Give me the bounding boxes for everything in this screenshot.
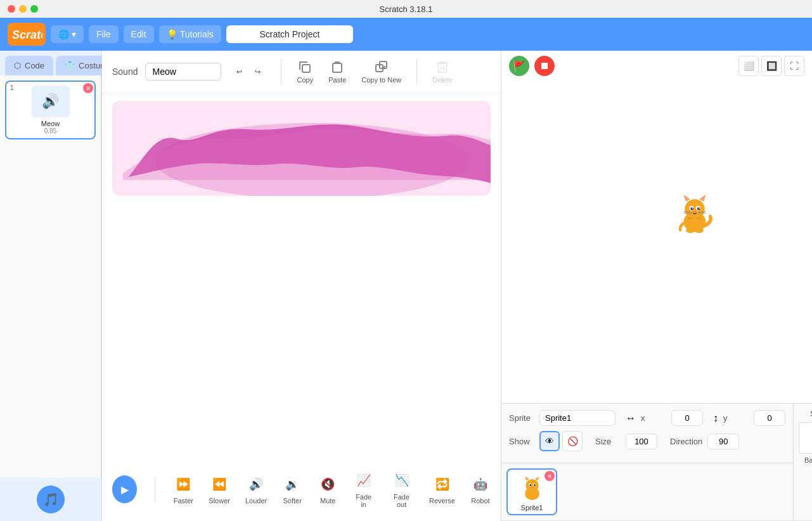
stage-thumbnail[interactable] [799,422,812,454]
language-button[interactable]: 🌐 ▾ [51,25,84,43]
show-visible-button[interactable]: 👁 [539,431,560,451]
project-name-input[interactable] [226,25,353,43]
sound-number: 1 [10,84,14,91]
sprite-card[interactable]: ✕ [506,468,557,515]
sprite-thumb-svg [515,474,550,503]
reverse-button[interactable]: 🔁 Reverse [429,474,455,505]
faster-icon: ⏩ [173,474,193,494]
sound-delete-button[interactable]: ✕ [83,83,93,93]
edit-menu[interactable]: Edit [124,25,154,43]
svg-text:Scratch: Scratch [12,29,42,41]
sprite-name-input[interactable] [539,410,615,426]
softer-button[interactable]: 🔉 Softer [282,474,302,505]
add-sound-icon: 🎵 [43,492,59,507]
waveform-area [102,93,501,460]
undo-button[interactable]: ↩ [231,65,247,79]
right-panel: 🚩 ⬜ 🔲 ⛶ [501,51,812,521]
svg-point-8 [685,200,705,220]
mute-icon: 🔇 [318,474,338,494]
sound-size-label: 0.85 [10,127,91,134]
slower-button[interactable]: ⏪ Slower [209,474,230,505]
svg-point-34 [531,486,532,487]
fade-out-button[interactable]: 📉 Fade out [389,470,414,508]
stop-button[interactable] [534,56,555,76]
toolbar: Sound ↩ ↪ Copy [102,51,501,93]
x-input[interactable] [671,410,703,426]
playback-controls: ▶ ⏩ Faster ⏪ Slower 🔊 Louder 🔉 Softer 🔇 [102,460,501,521]
titlebar: Scratch 3.18.1 [0,0,812,18]
sound-wave-icon: 🔊 [42,93,59,110]
sprite-name: Sprite1 [510,504,553,511]
globe-icon: 🌐 [58,29,69,39]
svg-rect-6 [541,63,548,69]
sprite-list: ✕ [501,463,793,520]
normal-stage-button[interactable]: 🔲 [761,56,782,76]
code-icon: ⬡ [14,61,21,70]
tutorials-icon: 💡 [167,29,177,39]
redo-icon: ↪ [255,68,261,76]
copy-to-new-button[interactable]: Copy to New [356,57,406,86]
mute-button[interactable]: 🔇 Mute [318,474,338,505]
play-stop-group: 🚩 [509,56,555,76]
maximize-button[interactable] [30,5,38,13]
svg-point-27 [525,479,538,491]
delete-button[interactable]: Delete [427,57,458,86]
waveform-svg [112,101,491,196]
stage-section: Stage Backdrops 1 [793,404,812,520]
tabs: ⬡ Code 👕 Costumes 🔊 Sounds [0,51,101,75]
sprite-delete-button[interactable]: ✕ [545,471,555,481]
y-label: y [723,413,749,423]
reverse-icon: 🔁 [432,474,453,494]
svg-rect-1 [302,65,310,72]
separator1 [281,59,281,84]
play-button[interactable]: ▶ [112,475,137,503]
scratch-logo: Scratch [8,23,46,46]
fullscreen-button[interactable]: ⛶ [784,56,804,76]
sprite-show-row: Show 👁 🚫 Size Direction [509,431,785,451]
file-menu[interactable]: File [89,25,119,43]
svg-marker-29 [535,476,539,480]
faster-button[interactable]: ⏩ Faster [173,474,193,505]
direction-label: Direction [670,437,702,446]
robot-button[interactable]: 🤖 Robot [470,474,491,505]
y-arrow-icon: ↕ [713,413,718,424]
main-layout: ⬡ Code 👕 Costumes 🔊 Sounds 1 ✕ 🔊 Meow 0 [0,51,812,521]
direction-input[interactable] [707,434,739,449]
fade-in-button[interactable]: 📈 Fade in [353,470,374,508]
small-stage-button[interactable]: ⬜ [738,56,759,76]
sound-name-input[interactable] [145,63,221,80]
y-input[interactable] [754,410,785,426]
svg-point-24 [686,228,695,233]
tab-code[interactable]: ⬡ Code [5,56,53,75]
louder-button[interactable]: 🔊 Louder [245,474,267,505]
green-flag-button[interactable]: 🚩 [509,56,529,76]
controls-separator [155,477,155,502]
sound-name-label: Meow [10,120,91,127]
svg-point-19 [693,211,696,213]
stage-area: 🚩 ⬜ 🔲 ⛶ [501,51,812,404]
add-sound-area: 🎵 [0,478,101,521]
copy-button[interactable]: Copy [292,57,318,86]
sound-list: 1 ✕ 🔊 Meow 0.85 [0,75,101,478]
sprite-bottom-area: Sprite ↔ x ↕ y Show 👁 🚫 [501,404,812,521]
costumes-icon: 👕 [65,61,75,70]
show-label: Show [509,437,534,446]
paste-button[interactable]: Paste [323,57,351,86]
sound-item[interactable]: 1 ✕ 🔊 Meow 0.85 [5,80,96,139]
close-button[interactable] [8,5,15,13]
size-input[interactable] [626,434,657,449]
svg-point-18 [699,208,700,209]
add-sound-button[interactable]: 🎵 [37,486,65,513]
fade-out-icon: 📉 [392,470,412,491]
show-buttons: 👁 🚫 [539,431,583,451]
stage-controls: 🚩 ⬜ 🔲 ⛶ [501,56,812,76]
redo-button[interactable]: ↪ [250,65,266,79]
show-hidden-button[interactable]: 🚫 [562,431,583,451]
backdrops-label: Backdrops [804,456,812,464]
stop-icon [540,61,549,70]
tutorials-button[interactable]: 💡 Tutorials [159,25,221,43]
slower-icon: ⏪ [209,474,229,494]
x-label: x [641,413,666,423]
minimize-button[interactable] [19,5,27,13]
cat-sprite [673,191,723,242]
